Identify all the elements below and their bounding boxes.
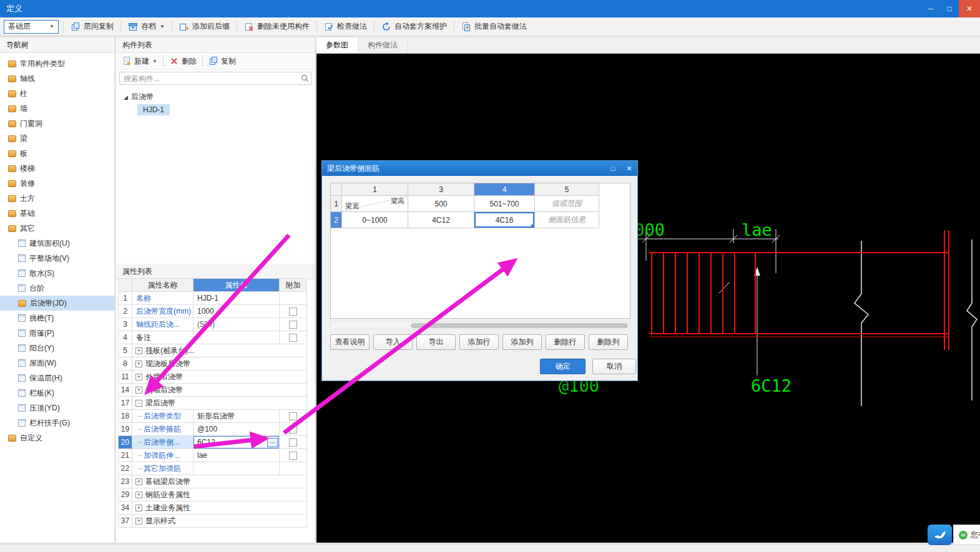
dialog-close-button[interactable]: ✕ <box>621 161 637 176</box>
property-value[interactable]: @100 <box>194 423 280 436</box>
property-value[interactable]: 6C12⋯ <box>194 436 280 449</box>
nav-item-handrail[interactable]: 栏杆扶手(G) <box>0 415 114 430</box>
nav-item-apron[interactable]: 散水(S) <box>0 266 114 281</box>
nav-item-balcony[interactable]: 阳台(Y) <box>0 341 114 356</box>
expand-toggle[interactable]: + <box>135 387 142 394</box>
copy-between-floors-button[interactable]: 层间复制 <box>68 19 116 34</box>
minimize-button[interactable]: ─ <box>921 0 940 17</box>
delete-component-button[interactable]: 删除 <box>167 54 198 68</box>
delete-unused-button[interactable]: 删除未使用构件 <box>242 19 312 34</box>
row-number[interactable]: 17 <box>119 397 132 410</box>
nav-item-building-area[interactable]: 建筑面积(U) <box>0 236 114 251</box>
expand-toggle[interactable]: + <box>135 347 142 354</box>
row-number[interactable]: 5 <box>119 344 132 357</box>
row-number[interactable]: 23 <box>119 475 132 488</box>
delete-column-button[interactable]: 删除列 <box>589 334 628 350</box>
auto-scheme-button[interactable]: 自动套方案维护 <box>379 19 449 34</box>
row-number[interactable]: 29 <box>119 488 132 501</box>
row-number[interactable]: 22 <box>119 462 132 475</box>
nav-item-door-window[interactable]: 门窗洞 <box>0 116 114 131</box>
tree-root-post-cast-band[interactable]: ◢ 后浇带 <box>116 90 315 104</box>
close-button[interactable]: ✕ <box>959 0 980 17</box>
tree-item-hjd1[interactable]: HJD-1 <box>137 104 170 115</box>
nav-item-wall[interactable]: 墙 <box>0 101 114 116</box>
nav-item-coping[interactable]: 压顶(YD) <box>0 400 114 415</box>
dialog-maximize-button[interactable]: □ <box>605 161 621 176</box>
nav-item-column[interactable]: 柱 <box>0 86 114 101</box>
notification-toast[interactable]: ✉ 您有1条 <box>928 525 980 545</box>
grid-row-number[interactable]: 1 <box>331 196 342 212</box>
property-value[interactable]: 矩形后浇带 <box>194 410 280 423</box>
copy-component-button[interactable]: 复制 <box>207 54 238 68</box>
tree-expand-icon[interactable]: ◢ <box>124 94 128 100</box>
row-number[interactable]: 14 <box>119 384 132 397</box>
add-prefix-suffix-button[interactable]: 添加前后缀 <box>177 19 232 34</box>
grid-cell-hint[interactable]: 侧面筋信息 <box>535 212 599 228</box>
nav-item-common[interactable]: 常用构件类型 <box>0 56 114 71</box>
row-number[interactable]: 8 <box>119 357 132 370</box>
archive-button[interactable]: 存档 ▼ <box>125 19 167 34</box>
view-help-button[interactable]: 查看说明 <box>330 334 370 350</box>
check-method-button[interactable]: 检查做法 <box>321 19 370 34</box>
expand-toggle[interactable]: + <box>135 518 142 525</box>
attach-checkbox[interactable] <box>289 452 297 460</box>
cancel-button[interactable]: 取消 <box>592 359 636 374</box>
row-number[interactable]: 19 <box>119 423 132 436</box>
row-number[interactable]: 37 <box>119 515 132 528</box>
nav-item-beam[interactable]: 梁 <box>0 131 114 146</box>
ok-button[interactable]: 确定 <box>540 359 586 374</box>
expand-toggle[interactable]: + <box>135 491 142 498</box>
grid-row-number-selected[interactable]: 2 <box>331 212 342 228</box>
add-row-button[interactable]: 添加行 <box>459 334 499 350</box>
attach-checkbox[interactable] <box>289 425 297 433</box>
search-icon[interactable] <box>298 74 311 83</box>
grid-cell[interactable]: 4C12 <box>408 212 474 228</box>
grid-cell[interactable]: 501~700 <box>474 196 535 212</box>
row-number[interactable]: 20 <box>119 436 132 449</box>
dialog-horizontal-scrollbar[interactable] <box>330 321 630 329</box>
row-number[interactable]: 2 <box>119 305 132 318</box>
nav-item-canopy[interactable]: 雨篷(P) <box>0 326 114 341</box>
nav-item-stair[interactable]: 楼梯 <box>0 161 114 176</box>
delete-row-button[interactable]: 删除行 <box>546 334 585 350</box>
nav-item-cornice[interactable]: 挑檐(T) <box>0 311 114 326</box>
nav-item-custom[interactable]: 自定义 <box>0 430 114 445</box>
collapse-toggle[interactable]: - <box>135 400 142 407</box>
nav-item-axis[interactable]: 轴线 <box>0 71 114 86</box>
nav-item-other[interactable]: 其它 <box>0 221 114 236</box>
attach-checkbox[interactable] <box>289 412 297 420</box>
property-value[interactable] <box>194 331 280 344</box>
floor-select[interactable]: 基础层 ▼ <box>4 20 59 34</box>
property-value[interactable]: 1000 <box>194 305 280 318</box>
notification-label[interactable]: ✉ 您有1条 <box>953 525 980 545</box>
new-component-button[interactable]: 新建 ▼ <box>120 54 159 68</box>
grid-col-header[interactable]: 5 <box>535 183 599 196</box>
tab-parametric-drawing[interactable]: 参数图 <box>316 37 358 53</box>
grid-cell[interactable]: 0~1000 <box>342 212 408 228</box>
attach-checkbox[interactable] <box>289 321 297 329</box>
nav-item-roof[interactable]: 屋面(W) <box>0 356 114 370</box>
ellipsis-button[interactable]: ⋯ <box>267 438 278 447</box>
batch-auto-button[interactable]: 批量自动套做法 <box>459 19 529 34</box>
attach-checkbox[interactable] <box>289 307 297 316</box>
dialog-titlebar[interactable]: 梁后浇带侧面筋 □ ✕ <box>322 161 637 176</box>
nav-item-decoration[interactable]: 装修 <box>0 176 114 191</box>
expand-toggle[interactable]: + <box>135 374 142 380</box>
expand-toggle[interactable]: + <box>135 505 142 511</box>
attach-checkbox[interactable] <box>289 334 297 342</box>
notification-app-icon[interactable] <box>928 525 952 545</box>
add-column-button[interactable]: 添加列 <box>502 334 542 350</box>
property-value[interactable]: lae <box>194 449 280 462</box>
nav-item-site-leveling[interactable]: 平整场地(V) <box>0 251 114 266</box>
scrollbar-thumb[interactable] <box>411 323 628 328</box>
grid-cell[interactable]: 500 <box>408 196 474 212</box>
row-number[interactable]: 3 <box>119 318 132 331</box>
property-value[interactable]: (500) <box>194 318 280 331</box>
nav-item-slab[interactable]: 板 <box>0 146 114 161</box>
grid-cell-selected[interactable]: 4C16 <box>474 212 535 228</box>
expand-toggle[interactable]: + <box>135 478 142 485</box>
export-button[interactable]: 导出 <box>416 334 456 350</box>
nav-item-foundation[interactable]: 基础 <box>0 206 114 221</box>
row-number[interactable]: 34 <box>119 501 132 515</box>
grid-col-header[interactable]: 1 <box>342 183 408 196</box>
